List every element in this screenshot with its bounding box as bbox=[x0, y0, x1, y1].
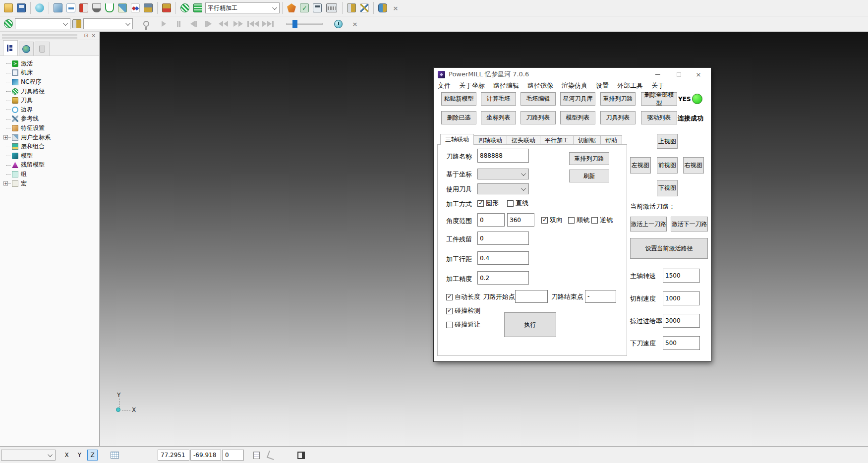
climb-checkbox[interactable]: 顺铣 bbox=[568, 216, 589, 225]
tree-item-activate[interactable]: >激活 bbox=[3, 59, 99, 68]
stock-input[interactable] bbox=[477, 232, 529, 245]
rearrange-toolpaths-button[interactable]: 重排列刀路 bbox=[600, 92, 636, 106]
tab-4axis[interactable]: 四轴联动 bbox=[474, 135, 507, 145]
tree-item-stock-models[interactable]: 残留模型 bbox=[3, 161, 99, 170]
snap-button[interactable] bbox=[265, 450, 277, 461]
close-toolbar-button[interactable]: × bbox=[389, 1, 402, 14]
calculator-button[interactable] bbox=[311, 1, 324, 14]
tree-item-macros[interactable]: +宏 bbox=[3, 179, 99, 188]
view-front-button[interactable]: 前视图 bbox=[657, 157, 678, 174]
end-point-input[interactable] bbox=[585, 290, 616, 303]
menu-path-mirror[interactable]: 路径镜像 bbox=[527, 81, 553, 90]
tree-item-machine-tool[interactable]: 机床 bbox=[3, 68, 99, 78]
menu-about-coords[interactable]: 关于坐标 bbox=[459, 81, 485, 90]
sim-tool-button[interactable] bbox=[70, 17, 83, 30]
feedrate-button[interactable] bbox=[77, 1, 90, 14]
sim-toolpath-dropdown[interactable] bbox=[15, 18, 70, 29]
shading-button[interactable] bbox=[33, 1, 46, 14]
collision-avoid-checkbox[interactable]: 碰撞避让 bbox=[446, 320, 480, 329]
spindle-speed-input[interactable] bbox=[663, 269, 700, 283]
tab-tilt-head[interactable]: 摆头联动 bbox=[507, 135, 540, 145]
menu-settings[interactable]: 设置 bbox=[596, 81, 609, 90]
minimize-button[interactable] bbox=[649, 68, 666, 81]
tree-item-models[interactable]: 模型 bbox=[3, 151, 99, 161]
menu-about[interactable]: 关于 bbox=[651, 81, 664, 90]
bidirectional-checkbox[interactable]: 双向 bbox=[541, 216, 563, 225]
compare-button[interactable] bbox=[376, 1, 389, 14]
collision-check-checkbox[interactable]: 碰撞检测 bbox=[446, 306, 480, 315]
activate-prev-button[interactable]: 激活上一刀路 bbox=[630, 217, 667, 232]
toolpath-button[interactable] bbox=[178, 1, 191, 14]
model-list-button[interactable]: 模型列表 bbox=[560, 111, 595, 124]
coord-x-field[interactable]: 77.2951 bbox=[158, 450, 189, 461]
coord-z-field[interactable]: 0 bbox=[222, 450, 244, 461]
dialog-titlebar[interactable]: PowerMILL 忆梦星河 7.0.6 bbox=[434, 68, 711, 81]
close-panel-icon[interactable]: × bbox=[92, 33, 96, 38]
tab-explorer-tree[interactable] bbox=[3, 40, 18, 56]
tree-item-boundaries[interactable]: 边界 bbox=[3, 105, 99, 115]
stepover-input[interactable] bbox=[477, 251, 529, 265]
tool-library-button[interactable]: 星河刀具库 bbox=[560, 92, 595, 106]
verify-button[interactable] bbox=[298, 1, 311, 14]
view-left-button[interactable]: 左视图 bbox=[630, 157, 651, 174]
rewind-button[interactable] bbox=[217, 18, 229, 30]
expand-icon[interactable]: + bbox=[3, 135, 8, 140]
tab-recycle[interactable] bbox=[35, 42, 50, 56]
toolpath-strategy-button[interactable] bbox=[64, 1, 77, 14]
highlight-button[interactable] bbox=[140, 17, 153, 30]
collision-check-button[interactable] bbox=[103, 1, 116, 14]
angle-from-input[interactable] bbox=[477, 213, 505, 227]
toolpath-name-input[interactable] bbox=[477, 149, 529, 163]
menu-file[interactable]: 文件 bbox=[438, 81, 451, 90]
edit-block-button[interactable]: 毛坯编辑 bbox=[521, 92, 556, 106]
grid-toggle-button[interactable] bbox=[108, 450, 121, 461]
rearrange-button[interactable]: 重排列刀路 bbox=[569, 152, 609, 165]
drive-list-button[interactable]: 驱动列表 bbox=[641, 111, 677, 124]
start-point-input[interactable] bbox=[515, 290, 548, 303]
simulate-button[interactable] bbox=[285, 1, 298, 14]
paste-new-model-button[interactable]: 粘贴新模型 bbox=[441, 92, 476, 106]
tree-item-nc-program[interactable]: NC程序 bbox=[3, 77, 99, 87]
float-panel-icon[interactable]: ⊡ bbox=[84, 33, 88, 38]
tab-parallel[interactable]: 平行加工 bbox=[540, 135, 574, 145]
coord-list-button[interactable]: 坐标列表 bbox=[481, 111, 516, 124]
menu-path-edit[interactable]: 路径编辑 bbox=[493, 81, 519, 90]
sim-toolpath-button[interactable] bbox=[2, 17, 15, 30]
speed-slider[interactable] bbox=[286, 23, 323, 25]
strategy-dropdown[interactable]: 平行精加工 bbox=[205, 2, 280, 13]
tab-3axis[interactable]: 三轴联动 bbox=[440, 134, 474, 145]
tool-list-button[interactable]: 刀具列表 bbox=[600, 111, 636, 124]
points-button[interactable] bbox=[129, 1, 142, 14]
tab-help[interactable]: 帮助 bbox=[601, 135, 622, 145]
tree-item-groups[interactable]: 组 bbox=[3, 170, 99, 179]
sim-tool-dropdown[interactable] bbox=[83, 18, 133, 29]
axis-y-button[interactable]: Y bbox=[74, 450, 85, 461]
menu-render-sim[interactable]: 渲染仿真 bbox=[562, 81, 587, 90]
step-forward-button[interactable] bbox=[202, 18, 214, 30]
maximize-button[interactable] bbox=[670, 68, 687, 81]
go-to-start-button[interactable] bbox=[247, 18, 259, 30]
statusbar-dropdown[interactable] bbox=[1, 450, 56, 461]
strategy-list-button[interactable] bbox=[191, 1, 204, 14]
tree-item-toolpaths[interactable]: 刀具路径 bbox=[3, 87, 99, 96]
panel-grip[interactable]: ⊡ × bbox=[0, 32, 99, 40]
play-button[interactable] bbox=[158, 18, 170, 30]
slider-handle[interactable] bbox=[292, 20, 297, 28]
tree-item-levels-sets[interactable]: 层和组合 bbox=[3, 142, 99, 151]
tree-item-feature-sets[interactable]: 特征设置 bbox=[3, 123, 99, 133]
close-sim-toolbar-button[interactable]: × bbox=[348, 17, 361, 30]
based-coord-dropdown[interactable] bbox=[477, 169, 529, 179]
tree-item-patterns[interactable]: 参考线 bbox=[3, 115, 99, 124]
tab-world[interactable] bbox=[19, 42, 34, 56]
compute-block-button[interactable]: 计算毛坯 bbox=[481, 92, 516, 106]
step-back-button[interactable] bbox=[187, 18, 199, 30]
menu-external-tools[interactable]: 外部工具 bbox=[617, 81, 643, 90]
auto-length-checkbox[interactable]: 自动长度 bbox=[446, 292, 480, 301]
tolerance-input[interactable] bbox=[477, 271, 529, 285]
view-right-button[interactable]: 右视图 bbox=[683, 157, 704, 174]
fast-forward-button[interactable] bbox=[232, 18, 244, 30]
activate-next-button[interactable]: 激活下一刀路 bbox=[671, 217, 708, 232]
cut-tools-button[interactable] bbox=[358, 1, 371, 14]
time-button[interactable] bbox=[332, 17, 345, 30]
view-top-button[interactable]: 上视图 bbox=[657, 134, 678, 149]
